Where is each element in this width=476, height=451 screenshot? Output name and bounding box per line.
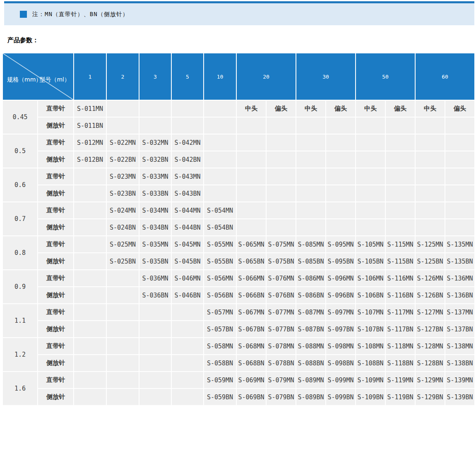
empty-cell — [385, 151, 415, 168]
model-code-cell: S-137BN — [445, 321, 475, 338]
model-code-cell: S-107BN — [356, 321, 385, 338]
empty-cell — [74, 236, 106, 253]
model-code-cell: S-095BN — [326, 253, 356, 270]
model-code-cell: S-107MN — [356, 304, 385, 321]
model-code-cell: S-078BN — [266, 355, 296, 372]
empty-cell — [236, 168, 266, 185]
model-code-cell: S-085MN — [296, 236, 326, 253]
model-code-cell: S-136BN — [445, 287, 475, 304]
empty-cell — [171, 372, 204, 389]
needle-type-cell: 直带针 — [38, 202, 74, 219]
needle-type-cell: 直带针 — [38, 236, 74, 253]
model-code-cell: S-045MN — [171, 236, 204, 253]
subcolumn-label-cell: 中头 — [415, 100, 445, 117]
column-header-3: 3 — [139, 53, 171, 100]
empty-cell — [171, 389, 204, 405]
empty-cell — [204, 100, 236, 117]
model-code-cell: S-079MN — [266, 372, 296, 389]
model-code-cell: S-129BN — [415, 389, 445, 405]
empty-cell — [139, 355, 171, 372]
empty-cell — [385, 117, 415, 134]
model-code-cell: S-057BN — [204, 321, 236, 338]
needle-type-cell: 直带针 — [38, 372, 74, 389]
model-code-cell: S-023BN — [106, 185, 139, 202]
model-code-cell: S-059MN — [204, 372, 236, 389]
model-code-cell: S-136MN — [445, 270, 475, 287]
model-code-cell: S-057MN — [204, 304, 236, 321]
model-code-cell-highlighted[interactable]: S-011MN — [74, 100, 106, 117]
empty-cell — [266, 219, 296, 236]
model-code-cell: S-109BN — [356, 389, 385, 405]
model-code-cell: S-119MN — [385, 372, 415, 389]
empty-cell — [415, 219, 445, 236]
model-code-cell: S-079BN — [266, 389, 296, 405]
model-code-cell: S-098BN — [326, 355, 356, 372]
model-code-cell: S-106BN — [356, 287, 385, 304]
model-code-cell: S-097MN — [326, 304, 356, 321]
empty-cell — [326, 168, 356, 185]
needle-type-cell: 侧放针 — [38, 321, 74, 338]
corner-model-label: 型号（ml） — [39, 76, 70, 84]
empty-cell — [106, 287, 139, 304]
subcolumn-label-cell: 偏头 — [266, 100, 296, 117]
model-code-cell: S-025BN — [106, 253, 139, 270]
table-row: 0.9直带针S-036MNS-046MNS-056MNS-066MNS-076M… — [2, 270, 475, 287]
model-code-cell: S-011BN — [74, 117, 106, 134]
model-code-cell: S-065BN — [236, 253, 266, 270]
table-row: 侧放针S-059BNS-069BNS-079BNS-089BNS-099BNS-… — [2, 389, 475, 405]
model-code-cell: S-089MN — [296, 372, 326, 389]
model-code-cell: S-033BN — [139, 185, 171, 202]
table-row: 1.6直带针S-059MNS-069MNS-079MNS-089MNS-099M… — [2, 372, 475, 389]
table-row: 0.5直带针S-012MNS-022MNS-032MNS-042MN — [2, 134, 475, 151]
empty-cell — [445, 219, 475, 236]
model-code-cell: S-087MN — [296, 304, 326, 321]
empty-cell — [74, 304, 106, 321]
corner-header-cell: 规格（mm） 型号（ml） — [2, 53, 74, 100]
model-code-cell: S-096BN — [326, 287, 356, 304]
model-code-cell: S-054BN — [204, 219, 236, 236]
empty-cell — [106, 355, 139, 372]
note-text: 注：MN（直带针）、BN（侧放针） — [32, 11, 129, 18]
model-code-cell: S-106MN — [356, 270, 385, 287]
model-code-cell: S-119BN — [385, 389, 415, 405]
model-code-cell: S-046BN — [171, 287, 204, 304]
model-code-cell: S-115BN — [385, 253, 415, 270]
empty-cell — [74, 321, 106, 338]
table-row: 侧放针S-058BNS-068BNS-078BNS-088BNS-098BNS-… — [2, 355, 475, 372]
empty-cell — [74, 287, 106, 304]
model-code-cell: S-067BN — [236, 321, 266, 338]
empty-cell — [171, 100, 204, 117]
empty-cell — [356, 219, 385, 236]
table-row: 侧放针S-011BN — [2, 117, 475, 134]
needle-type-cell: 侧放针 — [38, 219, 74, 236]
model-code-cell: S-127BN — [415, 321, 445, 338]
empty-cell — [204, 117, 236, 134]
needle-type-cell: 侧放针 — [38, 117, 74, 134]
spec-cell: 1.6 — [2, 372, 38, 405]
subcolumn-label-cell: 偏头 — [385, 100, 415, 117]
empty-cell — [236, 151, 266, 168]
empty-cell — [445, 202, 475, 219]
empty-cell — [106, 304, 139, 321]
model-code-cell: S-109MN — [356, 372, 385, 389]
empty-cell — [385, 134, 415, 151]
empty-cell — [326, 134, 356, 151]
empty-cell — [74, 219, 106, 236]
empty-cell — [385, 202, 415, 219]
needle-type-cell: 直带针 — [38, 304, 74, 321]
empty-cell — [171, 355, 204, 372]
subcolumn-label-cell: 中头 — [236, 100, 266, 117]
empty-cell — [266, 117, 296, 134]
empty-cell — [106, 321, 139, 338]
model-code-cell: S-125MN — [415, 236, 445, 253]
empty-cell — [106, 372, 139, 389]
column-header-10: 10 — [204, 53, 236, 100]
model-code-cell: S-034MN — [139, 202, 171, 219]
empty-cell — [296, 185, 326, 202]
empty-cell — [236, 202, 266, 219]
model-code-cell: S-116BN — [385, 287, 415, 304]
model-code-cell: S-035BN — [139, 253, 171, 270]
table-row: 0.8直带针S-025MNS-035MNS-045MNS-055MNS-065M… — [2, 236, 475, 253]
model-code-cell: S-033MN — [139, 168, 171, 185]
model-code-cell: S-012BN — [74, 151, 106, 168]
